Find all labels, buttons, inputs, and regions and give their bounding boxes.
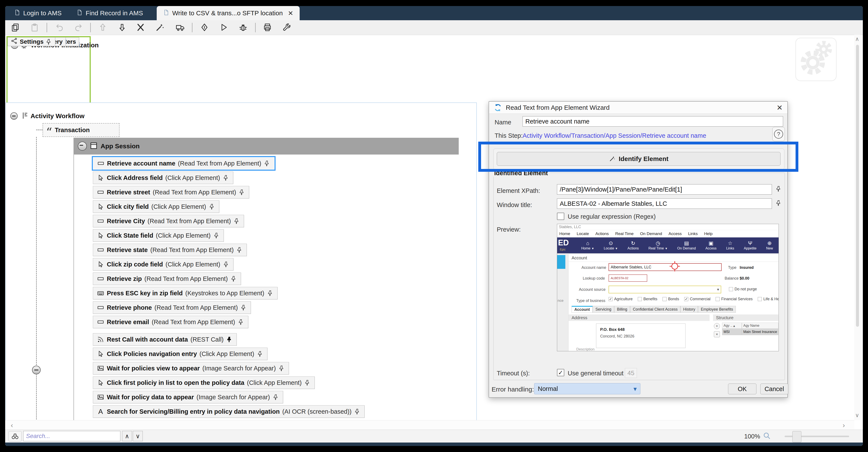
xpath-input[interactable]: /Pane[3]/Window[1]/Pane/Pane/Pane/Edit[1…	[557, 184, 772, 195]
vertical-scrollbar[interactable]: ∧ ∨	[854, 35, 861, 420]
undo-icon[interactable]	[55, 22, 65, 32]
app-session-header[interactable]: App Session	[73, 138, 459, 154]
pin-icon[interactable]	[304, 379, 311, 386]
error-handling-dropdown[interactable]: Normal ▾	[534, 383, 640, 394]
search-input[interactable]	[23, 431, 120, 441]
binoculars-search-icon[interactable]	[9, 431, 22, 442]
copy-icon[interactable]	[10, 22, 20, 32]
general-timeout-checkbox[interactable]: ✓	[557, 369, 564, 376]
scroll-left-icon[interactable]: ‹	[11, 421, 13, 429]
scroll-right-icon[interactable]: ›	[843, 421, 845, 429]
ok-button[interactable]: OK	[728, 384, 756, 394]
pin-icon[interactable]	[226, 336, 232, 343]
pin-icon[interactable]	[775, 200, 782, 207]
element-preview-image: Stables, LLC HomeLocateActionsReal TimeO…	[557, 224, 779, 351]
workflow-step[interactable]: A Wait for policy data to appear Image S…	[93, 391, 283, 403]
app-tab[interactable]: Find Record in AMS	[70, 6, 149, 20]
workflow-step[interactable]: A Wait for policies view to appear Image…	[93, 362, 289, 374]
run-icon[interactable]	[219, 22, 229, 32]
rest-call-icon	[97, 336, 104, 343]
zoom-slider-thumb[interactable]	[792, 431, 801, 442]
pin-icon[interactable]	[267, 290, 273, 296]
pin-icon[interactable]	[236, 247, 243, 253]
collapse-node[interactable]	[32, 366, 41, 374]
pin-icon[interactable]	[775, 186, 782, 192]
workflow-init-button[interactable]: Settings	[7, 37, 55, 46]
workflow-step[interactable]: A Click Address field Click App Element	[93, 172, 233, 184]
collapse-toggle[interactable]	[78, 142, 87, 151]
app-session-label: App Session	[101, 142, 140, 150]
pin-icon[interactable]	[278, 365, 285, 371]
tools-wrench-icon[interactable]	[282, 22, 292, 32]
delete-icon[interactable]	[136, 22, 146, 32]
magic-wand-icon[interactable]	[155, 22, 165, 32]
pin-icon[interactable]	[257, 350, 263, 357]
deliver-truck-icon[interactable]	[175, 22, 185, 32]
scroll-up-icon[interactable]: ∧	[855, 36, 859, 43]
debug-bug-icon[interactable]	[238, 22, 248, 32]
pin-icon[interactable]	[238, 319, 244, 325]
help-button[interactable]: ?	[772, 127, 785, 141]
workflow-step[interactable]: A Press ESC key in zip field Keystrokes …	[93, 287, 278, 300]
pin-icon[interactable]	[234, 218, 240, 224]
workflow-step[interactable]: A Click Policies navigation entry Click …	[93, 348, 268, 360]
preview-menubar: HomeLocateActionsReal TimeOn DemandAcces…	[557, 230, 779, 237]
workflow-step[interactable]: A Rest Call with account data REST Call	[93, 333, 237, 346]
workflow-step[interactable]: A Click first policiy in list to open th…	[93, 376, 315, 389]
pin-icon[interactable]	[223, 261, 229, 267]
transaction-block[interactable]: “ Transaction	[42, 123, 120, 137]
cancel-button[interactable]: Cancel	[760, 384, 788, 394]
dropdown-value: Normal	[538, 385, 558, 392]
pin-icon[interactable]	[45, 38, 52, 45]
move-down-icon[interactable]	[117, 22, 127, 32]
workflow-step[interactable]: A Retrieve street Read Text from App Ele…	[93, 186, 249, 198]
pin-icon[interactable]	[223, 174, 229, 181]
pin-icon[interactable]	[264, 160, 270, 167]
close-icon[interactable]: ✕	[777, 103, 783, 112]
name-input[interactable]: Retrieve account name	[523, 116, 783, 126]
timeout-value-input[interactable]: 45	[625, 368, 637, 378]
horizontal-scrollbar[interactable]: ‹ ›	[5, 420, 854, 430]
workflow-step[interactable]: A Click State field Click App Element	[93, 229, 224, 242]
pin-icon[interactable]	[213, 232, 220, 239]
app-tab[interactable]: Login to AMS	[8, 6, 67, 20]
pin-icon[interactable]	[240, 304, 247, 311]
scroll-down-icon[interactable]: ∨	[855, 412, 859, 419]
workflow-step[interactable]: A Retrieve zip Read Text from App Elemen…	[93, 273, 241, 285]
workflow-step[interactable]: A Retrieve email Read Text from App Elem…	[93, 316, 248, 328]
pin-icon[interactable]	[354, 408, 361, 415]
read-text-icon	[97, 246, 104, 254]
general-timeout-label: Use general timeout	[568, 370, 624, 377]
this-step-link[interactable]: Activity Workflow/Transaction/App Sessio…	[523, 132, 706, 139]
workflow-step[interactable]: A Search for Servicing/Billing entry in …	[93, 405, 365, 418]
workflow-step[interactable]: A Retrieve City Read Text from App Eleme…	[93, 215, 244, 227]
scrollbar-thumb[interactable]	[856, 45, 859, 327]
workflow-step[interactable]: A Retrieve account name Read Text from A…	[93, 157, 275, 170]
collapse-toggle[interactable]	[10, 112, 18, 120]
step-type: Click App Element	[151, 203, 206, 210]
dialog-titlebar[interactable]: Read Text from App Element Wizard ✕	[489, 102, 787, 114]
ribbon-label: On Demand ▼	[677, 247, 696, 250]
ribbon-item: ⊕ New ▼	[766, 241, 773, 250]
pin-icon[interactable]	[230, 276, 237, 282]
app-tab[interactable]: Write to CSV & trans...o SFTP location ✕	[157, 6, 300, 20]
find-previous-button[interactable]: ∧	[122, 431, 132, 441]
close-icon[interactable]: ✕	[288, 9, 293, 17]
workflow-step[interactable]: A Retrieve phone Read Text from App Elem…	[93, 301, 251, 314]
identify-element-button[interactable]: Identify Element	[497, 152, 780, 166]
pin-icon[interactable]	[239, 189, 245, 195]
workflow-step[interactable]: A Retrieve state Read Text from App Elem…	[93, 244, 247, 256]
move-up-icon[interactable]	[98, 22, 108, 32]
regex-checkbox[interactable]	[557, 213, 564, 220]
pin-icon[interactable]	[273, 394, 279, 400]
paste-icon[interactable]	[30, 22, 39, 32]
pin-icon[interactable]	[209, 203, 215, 210]
step-type: Read Text from App Element	[178, 160, 261, 167]
window-title-input[interactable]: ALBESTA-02 - Albemarle Stables, LLC	[557, 198, 772, 209]
workflow-step[interactable]: A Click zip code field Click App Element	[93, 258, 234, 271]
print-icon[interactable]	[262, 22, 272, 32]
find-next-button[interactable]: ∨	[133, 431, 143, 441]
validate-icon[interactable]	[199, 22, 209, 32]
redo-icon[interactable]	[73, 22, 83, 32]
workflow-step[interactable]: A Click city field Click App Element	[93, 200, 219, 213]
